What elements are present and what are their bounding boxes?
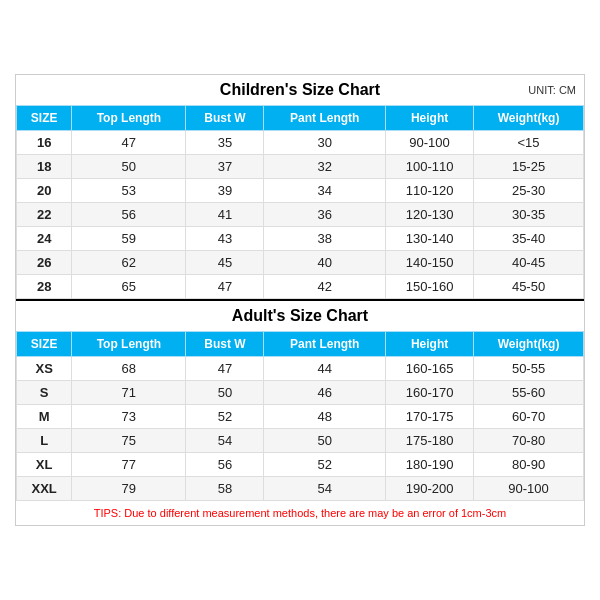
table-cell: 18 <box>17 155 72 179</box>
table-cell: 45 <box>186 251 264 275</box>
children-table-body: 1647353090-100<1518503732100-11015-25205… <box>17 131 584 299</box>
table-cell: 45-50 <box>474 275 584 299</box>
table-cell: XXL <box>17 477 72 501</box>
table-cell: 35 <box>186 131 264 155</box>
table-cell: 52 <box>264 453 386 477</box>
table-cell: 36 <box>264 203 386 227</box>
table-cell: 60-70 <box>474 405 584 429</box>
table-cell: 16 <box>17 131 72 155</box>
table-row: 28654742150-16045-50 <box>17 275 584 299</box>
children-col-toplength: Top Length <box>72 106 186 131</box>
table-cell: 50 <box>186 381 264 405</box>
adult-col-height: Height <box>386 332 474 357</box>
adult-col-bustw: Bust W <box>186 332 264 357</box>
table-cell: 160-165 <box>386 357 474 381</box>
table-cell: 50 <box>264 429 386 453</box>
adult-section-title: Adult's Size Chart <box>16 301 584 331</box>
table-cell: 50 <box>72 155 186 179</box>
table-row: XL775652180-19080-90 <box>17 453 584 477</box>
table-cell: 55-60 <box>474 381 584 405</box>
table-cell: <15 <box>474 131 584 155</box>
adult-size-table: SIZE Top Length Bust W Pant Length Heigh… <box>16 331 584 501</box>
children-col-size: SIZE <box>17 106 72 131</box>
table-cell: 53 <box>72 179 186 203</box>
table-row: L755450175-18070-80 <box>17 429 584 453</box>
table-cell: 77 <box>72 453 186 477</box>
table-row: M735248170-17560-70 <box>17 405 584 429</box>
table-cell: 59 <box>72 227 186 251</box>
table-cell: 79 <box>72 477 186 501</box>
table-cell: 26 <box>17 251 72 275</box>
table-cell: XS <box>17 357 72 381</box>
table-cell: 80-90 <box>474 453 584 477</box>
table-row: 26624540140-15040-45 <box>17 251 584 275</box>
table-row: 20533934110-12025-30 <box>17 179 584 203</box>
table-cell: 160-170 <box>386 381 474 405</box>
table-cell: 62 <box>72 251 186 275</box>
table-cell: 42 <box>264 275 386 299</box>
adult-col-weight: Weight(kg) <box>474 332 584 357</box>
table-cell: 140-150 <box>386 251 474 275</box>
table-cell: 40 <box>264 251 386 275</box>
table-cell: 56 <box>72 203 186 227</box>
tips-text: TIPS: Due to different measurement metho… <box>16 501 584 525</box>
table-cell: 56 <box>186 453 264 477</box>
size-chart-container: Children's Size Chart UNIT: CM SIZE Top … <box>15 74 585 526</box>
adult-col-size: SIZE <box>17 332 72 357</box>
adult-col-pantlength: Pant Length <box>264 332 386 357</box>
adult-table-body: XS684744160-16550-55S715046160-17055-60M… <box>17 357 584 501</box>
table-cell: 30 <box>264 131 386 155</box>
table-cell: 52 <box>186 405 264 429</box>
table-cell: 47 <box>186 275 264 299</box>
table-cell: 38 <box>264 227 386 251</box>
table-cell: 54 <box>186 429 264 453</box>
table-cell: 48 <box>264 405 386 429</box>
table-cell: 120-130 <box>386 203 474 227</box>
table-cell: 30-35 <box>474 203 584 227</box>
table-cell: 50-55 <box>474 357 584 381</box>
children-header-row: SIZE Top Length Bust W Pant Length Heigh… <box>17 106 584 131</box>
table-cell: 65 <box>72 275 186 299</box>
children-col-pantlength: Pant Length <box>264 106 386 131</box>
table-row: 22564136120-13030-35 <box>17 203 584 227</box>
children-title-text: Children's Size Chart <box>220 81 380 98</box>
table-cell: 39 <box>186 179 264 203</box>
table-cell: 68 <box>72 357 186 381</box>
table-cell: 47 <box>186 357 264 381</box>
children-col-weight: Weight(kg) <box>474 106 584 131</box>
table-cell: 34 <box>264 179 386 203</box>
children-section-title: Children's Size Chart UNIT: CM <box>16 75 584 105</box>
children-size-table: SIZE Top Length Bust W Pant Length Heigh… <box>16 105 584 299</box>
table-cell: 22 <box>17 203 72 227</box>
table-cell: 58 <box>186 477 264 501</box>
table-cell: 37 <box>186 155 264 179</box>
table-cell: S <box>17 381 72 405</box>
table-cell: 180-190 <box>386 453 474 477</box>
adult-title-text: Adult's Size Chart <box>232 307 368 324</box>
table-cell: 28 <box>17 275 72 299</box>
table-cell: 41 <box>186 203 264 227</box>
table-cell: L <box>17 429 72 453</box>
table-cell: 15-25 <box>474 155 584 179</box>
adult-header-row: SIZE Top Length Bust W Pant Length Heigh… <box>17 332 584 357</box>
table-row: 18503732100-11015-25 <box>17 155 584 179</box>
unit-label: UNIT: CM <box>528 84 576 96</box>
table-cell: 43 <box>186 227 264 251</box>
table-cell: 90-100 <box>474 477 584 501</box>
table-cell: 110-120 <box>386 179 474 203</box>
table-cell: XL <box>17 453 72 477</box>
table-row: 1647353090-100<15 <box>17 131 584 155</box>
table-cell: 25-30 <box>474 179 584 203</box>
table-cell: 100-110 <box>386 155 474 179</box>
table-cell: 150-160 <box>386 275 474 299</box>
table-cell: M <box>17 405 72 429</box>
table-cell: 44 <box>264 357 386 381</box>
table-cell: 35-40 <box>474 227 584 251</box>
children-col-bustw: Bust W <box>186 106 264 131</box>
table-cell: 46 <box>264 381 386 405</box>
table-cell: 90-100 <box>386 131 474 155</box>
table-row: XS684744160-16550-55 <box>17 357 584 381</box>
table-cell: 47 <box>72 131 186 155</box>
table-cell: 20 <box>17 179 72 203</box>
children-col-height: Height <box>386 106 474 131</box>
